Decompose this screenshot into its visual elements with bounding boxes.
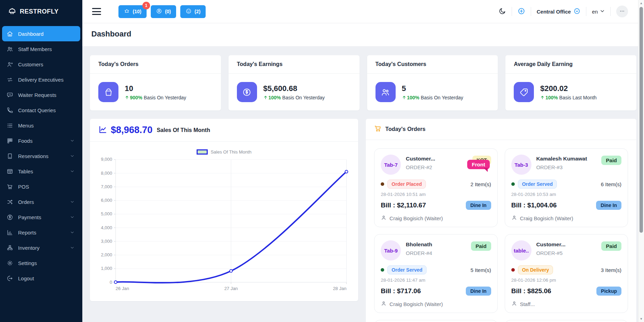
page-title: Dashboard <box>91 30 635 39</box>
browser-scrollbar[interactable]: ▲ ▼ <box>638 0 644 322</box>
cart-icon <box>6 183 13 190</box>
order-number: ORDER-#5 <box>536 250 597 256</box>
stat-title: Today's Customers <box>367 55 498 74</box>
r-circle-counter-button[interactable]: (0) <box>151 5 176 18</box>
sidebar-item-reports[interactable]: Reports <box>0 225 81 240</box>
stat-note: Basis On Yesterday <box>282 95 325 100</box>
sidebar-nav: Dashboard Staff Members Customers Delive… <box>0 23 82 289</box>
order-number: ORDER-#2 <box>406 164 468 170</box>
order-card[interactable]: Tab-9 Bholenath ORDER-#4 Paid Order Serv… <box>374 234 497 313</box>
sidebar-item-logout[interactable]: Logout <box>0 271 81 286</box>
sidebar-item-dashboard[interactable]: Dashboard <box>2 26 80 41</box>
sidebar-item-reservations[interactable]: Reservations <box>0 148 81 164</box>
stats-grid: Today's Orders 10 900% Basis On Yesterda… <box>90 55 636 110</box>
divider <box>586 7 586 16</box>
sidebar-item-waiter-requests[interactable]: Waiter Requests <box>0 87 81 102</box>
sidebar-item-foods[interactable]: Foods <box>0 133 81 148</box>
stat-value: $5,600.68 <box>263 84 325 93</box>
branch-selector[interactable]: Central Office <box>537 8 580 16</box>
scrollbar-thumb[interactable] <box>639 7 643 233</box>
stat-note: Basis On Yesterday <box>144 95 186 100</box>
line-chart-icon <box>98 125 107 135</box>
sidebar-item-menus[interactable]: Menus <box>0 118 81 133</box>
stat-title: Average Daily Earning <box>505 55 636 74</box>
chevron-down-icon <box>70 154 75 158</box>
dark-mode-toggle[interactable] <box>498 7 506 16</box>
chevron-down-icon <box>70 215 75 220</box>
scrollbar-down-arrow-icon[interactable]: ▼ <box>638 317 644 321</box>
waiter-name: Craig Bogisich (Waiter) <box>389 301 443 307</box>
dollar-icon <box>6 214 13 221</box>
order-mode-badge: Dine In <box>596 201 621 210</box>
sales-line-chart: 01,0002,0003,0004,0005,0006,0007,0008,00… <box>96 155 352 294</box>
ellipsis-icon <box>619 8 625 15</box>
reservation-icon <box>6 152 13 159</box>
waiter-name: Staff... <box>520 301 535 307</box>
bill-amount: Bill : $825.06 <box>511 287 551 295</box>
order-card[interactable]: Tab-9 Gopal Chaudhary Paid <box>505 320 628 322</box>
scrollbar-up-arrow-icon[interactable]: ▲ <box>638 1 644 5</box>
stat-card-average-daily-earning: Average Daily Earning $200.02 100% Basis… <box>505 55 636 110</box>
stat-change: 900% <box>125 95 142 100</box>
order-card[interactable]: Tab-3 Kamalesh Kumawat ORDER-#3 Paid Ord… <box>505 148 628 227</box>
inventory-icon <box>6 244 13 251</box>
paid-badge: Paid <box>601 156 621 165</box>
stat-note: Basis Last Month <box>559 95 596 100</box>
restrofly-logo-icon <box>8 7 17 17</box>
sidebar-item-inventory[interactable]: Inventory <box>0 240 81 255</box>
sidebar-item-staff-members[interactable]: Staff Members <box>0 41 81 57</box>
stat-value: 5 <box>402 84 463 93</box>
order-status-badge: Order Served <box>387 265 427 274</box>
items-count: 2 Item(s) <box>470 181 491 187</box>
sidebar-item-settings[interactable]: Settings <box>0 255 81 271</box>
report-icon <box>6 229 13 236</box>
bill-amount: Bill : $1,004.06 <box>511 201 557 209</box>
sidebar-item-delivery-executives[interactable]: Delivery Executives <box>0 72 81 87</box>
order-mode-badge: Dine In <box>466 287 491 296</box>
hamburger-menu-icon[interactable] <box>92 8 101 15</box>
todays-orders-header: Today's Orders <box>366 119 636 140</box>
stat-card-today-s-orders: Today's Orders 10 900% Basis On Yesterda… <box>90 55 221 110</box>
table-avatar: Tab-7 <box>381 155 401 175</box>
customer-name: Customer... <box>406 156 468 162</box>
alarm-counter-button[interactable]: (10) 1 <box>118 5 147 18</box>
chart-legend: Sales Of This Month <box>96 149 352 155</box>
more-options-button[interactable] <box>616 6 628 17</box>
shopping-cart-icon <box>374 125 382 134</box>
order-card[interactable]: table.. Customer... Paid <box>374 320 497 322</box>
orders-grid: Tab-7 Customer... ORDER-#2 KOT Front Ord… <box>366 140 636 322</box>
person-icon <box>381 215 387 222</box>
order-number: ORDER-#3 <box>536 164 597 170</box>
sales-chart-body: Sales Of This Month 01,0002,0003,0004,00… <box>90 142 358 301</box>
topbar-counter-buttons: (10) 1 (0) (2) <box>118 5 206 18</box>
order-card[interactable]: Tab-7 Customer... ORDER-#2 KOT Front Ord… <box>374 148 497 227</box>
language-selector[interactable]: en <box>592 9 605 15</box>
sidebar-item-contact-queries[interactable]: Contact Queries <box>0 102 81 118</box>
phone-icon <box>6 107 13 114</box>
staff-icon <box>6 46 13 52</box>
bill-amount: Bill : $717.06 <box>381 287 421 295</box>
sidebar-item-payments[interactable]: Payments <box>0 209 81 225</box>
grid-icon <box>6 137 13 144</box>
sidebar-item-customers[interactable]: Customers <box>0 57 81 72</box>
items-count: 6 Item(s) <box>601 181 621 187</box>
smiley-counter-button[interactable]: (2) <box>180 5 206 18</box>
sidebar-item-pos[interactable]: POS <box>0 179 81 194</box>
stat-change: 100% <box>402 95 420 100</box>
menu-list-icon <box>6 122 13 129</box>
plus-circle-icon <box>518 7 525 16</box>
customer-name: Customer... <box>536 241 597 248</box>
svg-text:6,000: 6,000 <box>101 198 112 203</box>
svg-text:9,000: 9,000 <box>101 157 112 162</box>
chevron-down-icon <box>70 138 75 143</box>
paid-badge: Paid <box>601 241 621 251</box>
add-new-button[interactable] <box>518 7 525 16</box>
staff-icon <box>375 82 396 102</box>
sidebar-item-orders[interactable]: Orders <box>0 194 81 209</box>
r-circle-icon <box>156 8 162 15</box>
order-card[interactable]: table.. Customer... ORDER-#5 Paid On Del… <box>505 234 628 313</box>
branch-label: Central Office <box>537 9 571 15</box>
tag-icon <box>514 82 534 102</box>
status-dot <box>511 268 515 272</box>
sidebar-item-tables[interactable]: Tables <box>0 164 81 179</box>
